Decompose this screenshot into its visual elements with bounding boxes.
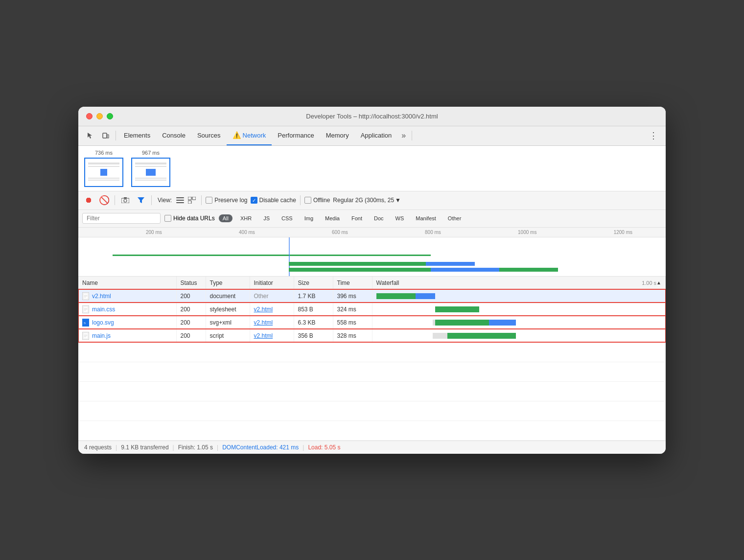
network-table: Name Status Type Initiator Size Time Wat… bbox=[78, 277, 666, 441]
status-requests: 4 requests bbox=[84, 444, 112, 451]
title-bar: Developer Tools – http://localhost:3000/… bbox=[78, 107, 666, 126]
col-initiator[interactable]: Initiator bbox=[250, 277, 294, 290]
svg-rect-4 bbox=[124, 197, 127, 199]
maximize-button[interactable] bbox=[107, 113, 113, 119]
file-icon bbox=[82, 332, 89, 340]
filter-xhr[interactable]: XHR bbox=[236, 214, 256, 222]
td-time: 396 ms bbox=[333, 289, 372, 303]
camera-button[interactable] bbox=[119, 194, 132, 207]
filter-doc[interactable]: Doc bbox=[370, 214, 388, 222]
preserve-log-checkbox[interactable] bbox=[206, 197, 212, 204]
tab-performance[interactable]: Performance bbox=[272, 126, 320, 145]
filter-font[interactable]: Font bbox=[348, 214, 366, 222]
col-type[interactable]: Type bbox=[206, 277, 250, 290]
td-name: main.css bbox=[78, 303, 176, 316]
table-row[interactable]: main.css 200 stylesheet v2.html 853 B 32… bbox=[78, 303, 666, 316]
col-size[interactable]: Size bbox=[294, 277, 333, 290]
tab-console[interactable]: Console bbox=[156, 126, 191, 145]
waterfall-col-label: Waterfall bbox=[376, 280, 399, 286]
toolbar-separator-1 bbox=[115, 195, 115, 205]
col-time[interactable]: Time bbox=[333, 277, 372, 290]
col-name[interactable]: Name bbox=[78, 277, 176, 290]
tab-memory[interactable]: Memory bbox=[320, 126, 355, 145]
td-time: 328 ms bbox=[333, 329, 372, 342]
td-initiator[interactable]: v2.html bbox=[250, 316, 294, 329]
cursor-icon[interactable] bbox=[82, 128, 98, 143]
toolbar-separator-4 bbox=[300, 195, 301, 205]
preserve-log-group[interactable]: Preserve log bbox=[206, 197, 247, 204]
td-size: 853 B bbox=[294, 303, 333, 316]
offline-group[interactable]: Offline bbox=[304, 197, 330, 204]
ruler-marks: 200 ms 400 ms 600 ms 800 ms 1000 ms 1200… bbox=[82, 230, 662, 235]
filter-manifest[interactable]: Manifest bbox=[412, 214, 440, 222]
table-header-row: Name Status Type Initiator Size Time Wat… bbox=[78, 277, 666, 290]
ruler-mark-4: 800 ms bbox=[425, 230, 441, 235]
more-tabs-button[interactable]: » bbox=[397, 126, 410, 145]
close-button[interactable] bbox=[86, 113, 93, 119]
tab-elements[interactable]: Elements bbox=[118, 126, 156, 145]
hide-data-urls-checkbox[interactable] bbox=[164, 215, 171, 222]
stop-button[interactable]: 🚫 bbox=[98, 194, 111, 207]
tab-divider-2 bbox=[412, 131, 412, 140]
filmstrip-item-2[interactable]: 967 ms bbox=[131, 150, 170, 187]
filmstrip-thumb-1[interactable] bbox=[84, 158, 123, 187]
disable-cache-checkbox[interactable]: ✓ bbox=[251, 197, 257, 204]
tab-sources[interactable]: Sources bbox=[191, 126, 227, 145]
group-view-icon[interactable] bbox=[186, 195, 197, 206]
filter-other[interactable]: Other bbox=[444, 214, 465, 222]
filter-media[interactable]: Media bbox=[321, 214, 344, 222]
tab-application[interactable]: Application bbox=[355, 126, 398, 145]
td-name: main.js bbox=[78, 329, 176, 342]
td-status: 200 bbox=[176, 329, 206, 342]
list-view-icon[interactable] bbox=[175, 195, 186, 206]
sort-icon: ▲ bbox=[656, 280, 661, 285]
record-button[interactable]: ⏺ bbox=[82, 194, 95, 207]
minimize-button[interactable] bbox=[96, 113, 103, 119]
filmstrip-item-1[interactable]: 736 ms bbox=[84, 150, 123, 187]
ruler-mark-6: 1200 ms bbox=[614, 230, 632, 235]
td-time: 558 ms bbox=[333, 316, 372, 329]
table-row[interactable]: main.js 200 script v2.html 356 B 328 ms bbox=[78, 329, 666, 342]
table-row[interactable]: S logo.svg 200 svg+xml v2.html 6.3 KB 55… bbox=[78, 316, 666, 329]
col-waterfall[interactable]: Waterfall 1.00 s ▲ bbox=[372, 277, 666, 290]
table-body: v2.html 200 document Other 1.7 KB 396 ms bbox=[78, 289, 666, 440]
filter-button[interactable] bbox=[135, 194, 147, 207]
td-waterfall bbox=[372, 329, 666, 342]
svg-rect-10 bbox=[188, 201, 191, 204]
tab-divider-1 bbox=[116, 131, 116, 140]
green-timeline-bar bbox=[113, 255, 431, 256]
filter-all[interactable]: All bbox=[219, 214, 232, 222]
window-controls bbox=[86, 113, 113, 119]
file-icon bbox=[82, 292, 89, 300]
filter-ws[interactable]: WS bbox=[392, 214, 408, 222]
hide-data-urls-label: Hide data URLs bbox=[173, 215, 215, 222]
filter-css[interactable]: CSS bbox=[278, 214, 297, 222]
col-status[interactable]: Status bbox=[176, 277, 206, 290]
timeline-bar-green-1 bbox=[289, 262, 426, 266]
filter-img[interactable]: Img bbox=[301, 214, 317, 222]
disable-cache-group[interactable]: ✓ Disable cache bbox=[251, 197, 296, 204]
devtools-tab-bar: Elements Console Sources ⚠️ Network Perf… bbox=[78, 126, 666, 146]
filter-input[interactable] bbox=[82, 213, 161, 224]
td-size: 1.7 KB bbox=[294, 289, 333, 303]
svg-rect-9 bbox=[192, 197, 196, 200]
offline-checkbox[interactable] bbox=[304, 197, 311, 204]
throttle-label: Regular 2G (300ms, 25 bbox=[333, 197, 394, 204]
td-initiator[interactable]: v2.html bbox=[250, 329, 294, 342]
status-dom-content[interactable]: DOMContentLoaded: 421 ms bbox=[222, 444, 299, 451]
filter-js[interactable]: JS bbox=[259, 214, 274, 222]
status-finish: Finish: 1.05 s bbox=[178, 444, 213, 451]
status-bar: 4 requests | 9.1 KB transferred | Finish… bbox=[78, 441, 666, 454]
table-row[interactable]: v2.html 200 document Other 1.7 KB 396 ms bbox=[78, 289, 666, 303]
device-mode-icon[interactable] bbox=[98, 128, 114, 143]
hide-data-urls-group[interactable]: Hide data URLs bbox=[164, 215, 215, 222]
filmstrip-thumb-2[interactable] bbox=[131, 158, 170, 187]
td-status: 200 bbox=[176, 303, 206, 316]
td-initiator[interactable]: v2.html bbox=[250, 303, 294, 316]
td-status: 200 bbox=[176, 316, 206, 329]
waterfall-overview[interactable] bbox=[78, 237, 666, 277]
timeline-ruler: 200 ms 400 ms 600 ms 800 ms 1000 ms 1200… bbox=[78, 228, 666, 237]
devtools-menu-button[interactable]: ⋮ bbox=[645, 126, 662, 145]
throttle-select[interactable]: Regular 2G (300ms, 25 ▼ bbox=[333, 197, 401, 204]
tab-network[interactable]: ⚠️ Network bbox=[227, 126, 272, 145]
